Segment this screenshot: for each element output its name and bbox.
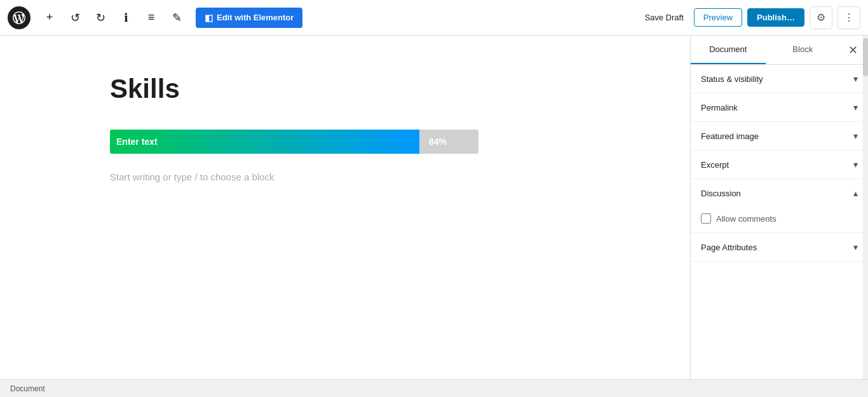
- section-featured-image-label: Featured image: [701, 131, 759, 141]
- toolbar-right: Save Draft Preview Publish… ⚙ ⋮: [639, 6, 860, 29]
- save-draft-button[interactable]: Save Draft: [639, 9, 688, 26]
- section-permalink-label: Permalink: [701, 103, 738, 112]
- section-featured-image: Featured image ▾: [691, 122, 868, 151]
- section-permalink: Permalink ▾: [691, 93, 868, 122]
- sidebar: Document Block ✕ Status & visibility ▾ P…: [690, 36, 868, 379]
- main-area: Skills Enter text 84% Start writing or t…: [0, 36, 868, 379]
- section-featured-image-header[interactable]: Featured image ▾: [691, 122, 868, 150]
- section-status-visibility-header[interactable]: Status & visibility ▾: [691, 65, 868, 93]
- section-status-visibility: Status & visibility ▾: [691, 65, 868, 93]
- chevron-down-icon-5: ▾: [853, 242, 858, 252]
- more-options-button[interactable]: ⋮: [837, 6, 860, 29]
- status-bar-label: Document: [10, 384, 45, 393]
- info-button[interactable]: ℹ: [114, 6, 137, 29]
- toolbar: + ↺ ↻ ℹ ≡ ✎ ◧ Edit with Elementor Save D…: [0, 0, 868, 36]
- sidebar-scroll-track: [863, 36, 868, 379]
- undo-button[interactable]: ↺: [64, 6, 86, 29]
- section-excerpt: Excerpt ▾: [691, 151, 868, 179]
- chevron-up-icon: ▴: [853, 188, 858, 198]
- progress-bar-block[interactable]: Enter text 84%: [110, 130, 580, 154]
- progress-bar-text[interactable]: Enter text: [110, 137, 158, 147]
- progress-bar-container: Enter text 84%: [110, 130, 478, 154]
- elementor-icon: ◧: [205, 13, 213, 23]
- list-view-button[interactable]: ≡: [140, 6, 163, 29]
- chevron-down-icon: ▾: [853, 74, 858, 84]
- edit-elementor-label: Edit with Elementor: [217, 13, 294, 22]
- post-title[interactable]: Skills: [110, 74, 580, 104]
- section-excerpt-label: Excerpt: [701, 160, 729, 170]
- sidebar-wrapper: Document Block ✕ Status & visibility ▾ P…: [690, 36, 868, 379]
- section-page-attributes: Page Attributes ▾: [691, 233, 868, 262]
- canvas-inner: Skills Enter text 84% Start writing or t…: [59, 36, 631, 225]
- sidebar-close-button[interactable]: ✕: [840, 37, 865, 63]
- settings-button[interactable]: ⚙: [810, 6, 832, 29]
- section-discussion: Discussion ▴ Allow comments: [691, 179, 868, 233]
- publish-button[interactable]: Publish…: [747, 8, 804, 27]
- tab-document[interactable]: Document: [691, 36, 766, 64]
- sidebar-header: Document Block ✕: [691, 36, 868, 65]
- preview-button[interactable]: Preview: [694, 8, 742, 27]
- section-excerpt-header[interactable]: Excerpt ▾: [691, 151, 868, 178]
- chevron-down-icon-3: ▾: [853, 131, 858, 141]
- start-writing-placeholder[interactable]: Start writing or type / to choose a bloc…: [110, 166, 580, 187]
- editor-canvas[interactable]: Skills Enter text 84% Start writing or t…: [0, 36, 690, 379]
- wordpress-logo[interactable]: [8, 6, 31, 29]
- section-discussion-header[interactable]: Discussion ▴: [691, 179, 868, 207]
- section-discussion-body: Allow comments: [691, 207, 868, 232]
- allow-comments-checkbox[interactable]: [701, 213, 711, 224]
- section-discussion-label: Discussion: [701, 189, 741, 198]
- progress-bar-fill: Enter text: [110, 130, 419, 154]
- sidebar-body: Status & visibility ▾ Permalink ▾ Featur…: [691, 65, 868, 379]
- section-page-attributes-label: Page Attributes: [701, 243, 757, 252]
- allow-comments-label: Allow comments: [716, 214, 776, 224]
- tab-block[interactable]: Block: [766, 36, 841, 64]
- section-permalink-header[interactable]: Permalink ▾: [691, 93, 868, 121]
- progress-bar-percent: 84%: [429, 137, 447, 147]
- status-bar: Document: [0, 379, 868, 397]
- chevron-down-icon-4: ▾: [853, 159, 858, 170]
- redo-button[interactable]: ↻: [89, 6, 112, 29]
- add-block-button[interactable]: +: [38, 6, 61, 29]
- block-editor-button[interactable]: ✎: [165, 6, 188, 29]
- sidebar-scroll-thumb[interactable]: [863, 38, 868, 76]
- allow-comments-row: Allow comments: [701, 213, 858, 224]
- section-status-visibility-label: Status & visibility: [701, 74, 763, 84]
- section-page-attributes-header[interactable]: Page Attributes ▾: [691, 233, 868, 261]
- edit-elementor-button[interactable]: ◧ Edit with Elementor: [196, 8, 302, 28]
- chevron-down-icon-2: ▾: [853, 102, 858, 112]
